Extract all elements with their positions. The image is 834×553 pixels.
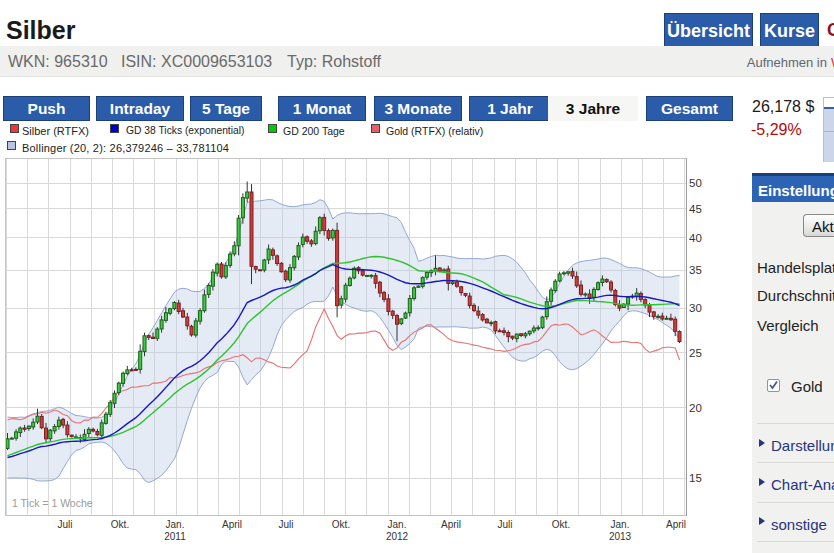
svg-text:Juli: Juli (57, 519, 72, 530)
svg-text:Okt.: Okt. (332, 519, 350, 530)
svg-text:2011: 2011 (164, 531, 186, 542)
svg-text:Jan.: Jan. (166, 519, 185, 530)
svg-text:15: 15 (689, 472, 702, 484)
svg-text:Juli: Juli (497, 519, 512, 530)
svg-text:25: 25 (689, 347, 702, 359)
svg-text:35: 35 (689, 264, 702, 276)
svg-text:April: April (441, 519, 461, 530)
svg-text:Jan.: Jan. (388, 519, 407, 530)
svg-text:20: 20 (689, 402, 702, 414)
svg-text:Okt.: Okt. (111, 519, 129, 530)
svg-text:Juli: Juli (278, 519, 293, 530)
svg-text:2012: 2012 (386, 531, 409, 542)
svg-text:Jan.: Jan. (611, 519, 630, 530)
svg-text:45: 45 (689, 203, 702, 215)
svg-text:April: April (666, 519, 686, 530)
svg-text:50: 50 (689, 177, 702, 189)
svg-text:30: 30 (689, 302, 702, 314)
svg-text:40: 40 (689, 232, 702, 244)
svg-text:Okt.: Okt. (552, 519, 570, 530)
svg-text:April: April (222, 519, 242, 530)
svg-text:1 Tick = 1 Woche: 1 Tick = 1 Woche (12, 497, 93, 509)
svg-text:2013: 2013 (609, 531, 632, 542)
